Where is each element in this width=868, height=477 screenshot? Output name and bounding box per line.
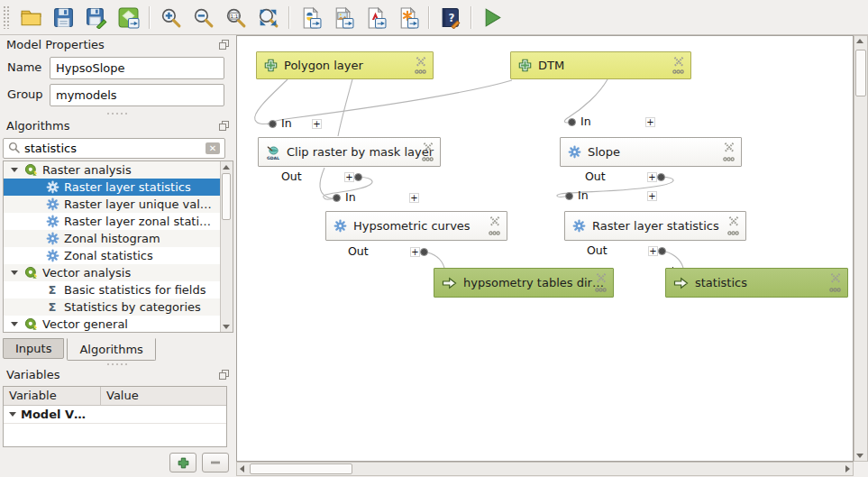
- node-options-icon[interactable]: [415, 63, 426, 77]
- hypsometric-out-socket-label: Out: [348, 244, 369, 258]
- zoom-out-button[interactable]: [187, 3, 218, 32]
- help-button[interactable]: ?: [434, 3, 465, 32]
- node-output-hypsometry-tables[interactable]: hypsometry tables dir…: [434, 268, 614, 298]
- tab-inputs[interactable]: Inputs: [3, 338, 64, 359]
- export-pdf-button[interactable]: [360, 3, 390, 32]
- node-label: Hypsometric curves: [353, 219, 471, 233]
- minus-icon: [210, 457, 221, 468]
- vertical-scrollbar[interactable]: [854, 35, 868, 462]
- clip-out-socket-expand[interactable]: +: [344, 172, 354, 182]
- statistics-alg-out-socket-expand[interactable]: +: [648, 246, 658, 256]
- tree-item-label: Vector analysis: [42, 266, 131, 280]
- tree-item-6[interactable]: Vector analysis: [4, 264, 233, 281]
- variables-title: Variables: [6, 368, 59, 381]
- slope-out-socket[interactable]: [657, 173, 665, 181]
- expander-icon[interactable]: [9, 412, 16, 417]
- node-dtm[interactable]: DTM: [510, 51, 691, 79]
- slope-out-socket-expand[interactable]: +: [647, 172, 657, 182]
- node-options-icon[interactable]: [595, 281, 607, 295]
- column-value[interactable]: Value: [101, 387, 226, 405]
- node-label: Raster layer statistics: [592, 219, 719, 233]
- tree-item-8[interactable]: ΣStatistics by categories: [4, 298, 233, 316]
- scroll-left-icon[interactable]: [240, 465, 244, 472]
- column-variable[interactable]: Variable: [4, 387, 101, 405]
- node-options-icon[interactable]: [723, 151, 735, 164]
- zoom-full-button[interactable]: [252, 3, 283, 32]
- node-label: Polygon layer: [284, 59, 363, 72]
- hypsometric-out-socket[interactable]: [420, 248, 428, 256]
- model-group-input[interactable]: [50, 84, 224, 106]
- scroll-up-icon[interactable]: [221, 161, 232, 172]
- tree-scrollbar[interactable]: [220, 161, 233, 332]
- hypsometric-out-socket-expand[interactable]: +: [410, 247, 420, 257]
- model-name-input[interactable]: [50, 57, 224, 79]
- slope-in-socket-expand[interactable]: +: [645, 117, 655, 127]
- export-svg-button[interactable]: [392, 3, 423, 32]
- model-canvas[interactable]: Polygon layerDTMGDALClip raster by mask …: [236, 35, 854, 462]
- hypsometric-in-socket-expand[interactable]: +: [409, 193, 419, 203]
- tree-item-7[interactable]: ΣBasic statistics for fields: [4, 281, 233, 298]
- export-image-button[interactable]: [327, 3, 358, 32]
- tab-algorithms[interactable]: Algorithms: [67, 338, 155, 361]
- clip-out-socket[interactable]: [354, 173, 362, 181]
- node-polygon-layer[interactable]: Polygon layer: [256, 51, 434, 79]
- tree-item-label: Zonal statistics: [64, 249, 153, 262]
- scroll-right-icon[interactable]: [845, 465, 850, 472]
- tree-item-0[interactable]: Raster analysis: [4, 161, 233, 179]
- scroll-down-icon[interactable]: [221, 321, 232, 332]
- tree-item-1[interactable]: Raster layer statistics: [4, 179, 233, 196]
- scrollbar-thumb[interactable]: [855, 50, 866, 96]
- scroll-down-icon[interactable]: [856, 454, 863, 458]
- run-model-button[interactable]: [477, 3, 507, 32]
- save-model-button[interactable]: [48, 3, 78, 32]
- horizontal-scrollbar[interactable]: [236, 462, 854, 476]
- tree-item-3[interactable]: Raster layer zonal stati…: [4, 213, 233, 230]
- open-model-button[interactable]: [15, 3, 46, 32]
- node-slope[interactable]: Slope: [560, 137, 742, 167]
- clip-in-socket-expand[interactable]: +: [312, 119, 322, 129]
- node-raster-layer-statistics[interactable]: Raster layer statistics: [564, 211, 746, 241]
- statistics-alg-out-socket[interactable]: [658, 247, 666, 255]
- node-clip-raster-by-mask-layer[interactable]: GDALClip raster by mask layer: [258, 137, 441, 167]
- variables-group-row[interactable]: Model V…: [4, 406, 226, 424]
- node-options-icon[interactable]: [672, 63, 684, 77]
- splitter-handle[interactable]: [0, 113, 234, 116]
- export-python-button[interactable]: [295, 3, 325, 32]
- zoom-actual-size-button[interactable]: 1:1: [220, 3, 251, 32]
- export-pdf-icon: [364, 6, 387, 29]
- add-variable-button[interactable]: [169, 453, 196, 472]
- node-options-icon[interactable]: [727, 225, 739, 238]
- float-panel-icon[interactable]: [219, 121, 229, 131]
- hypsometric-in-socket[interactable]: [333, 194, 341, 202]
- float-panel-icon[interactable]: [219, 40, 229, 50]
- node-options-icon[interactable]: [422, 151, 434, 164]
- sigma-icon: Σ: [45, 283, 59, 298]
- node-output-statistics[interactable]: statistics: [665, 268, 848, 298]
- clip-in-socket[interactable]: [269, 120, 277, 128]
- tree-item-5[interactable]: Zonal statistics: [4, 247, 233, 264]
- statistics-alg-in-socket[interactable]: [565, 192, 573, 200]
- save-model-in-project-button[interactable]: [113, 3, 143, 32]
- tree-item-2[interactable]: Raster layer unique val…: [4, 196, 233, 213]
- toolbar-grip[interactable]: [3, 5, 10, 29]
- expander-icon[interactable]: [11, 271, 18, 275]
- expander-icon[interactable]: [11, 168, 18, 172]
- tree-item-4[interactable]: Zonal histogram: [4, 230, 233, 247]
- search-input[interactable]: [20, 142, 206, 155]
- node-options-icon[interactable]: [489, 225, 500, 238]
- scrollbar-thumb[interactable]: [222, 173, 231, 220]
- node-options-icon[interactable]: [829, 281, 841, 295]
- node-hypsometric-curves[interactable]: Hypsometric curves: [325, 211, 507, 241]
- zoom-in-button[interactable]: [155, 3, 186, 32]
- remove-variable-button[interactable]: [202, 453, 229, 472]
- scrollbar-thumb[interactable]: [250, 463, 352, 474]
- scroll-up-icon[interactable]: [856, 39, 863, 43]
- tree-item-9[interactable]: Vector general: [4, 316, 233, 333]
- slope-in-socket[interactable]: [568, 118, 576, 126]
- gear-icon: [572, 219, 586, 233]
- save-model-as-button[interactable]: [80, 3, 111, 32]
- float-panel-icon[interactable]: [219, 370, 229, 380]
- expander-icon[interactable]: [11, 322, 18, 326]
- clear-search-icon[interactable]: ✕: [206, 142, 220, 154]
- statistics-alg-in-socket-expand[interactable]: +: [647, 191, 657, 201]
